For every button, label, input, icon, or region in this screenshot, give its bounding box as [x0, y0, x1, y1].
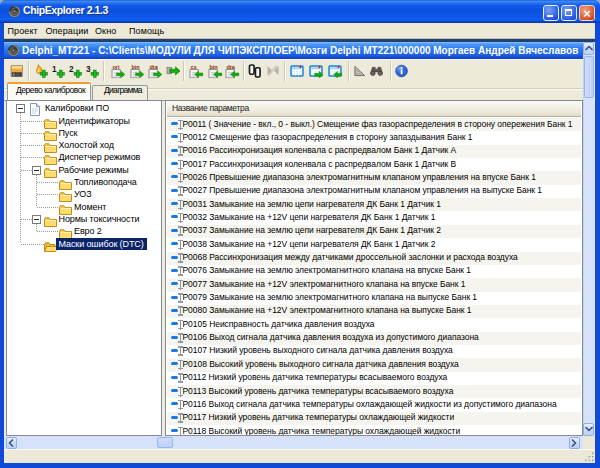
svg-text:2: 2 — [69, 65, 74, 74]
svg-text:1: 1 — [52, 65, 57, 74]
svg-text:3: 3 — [86, 65, 91, 74]
